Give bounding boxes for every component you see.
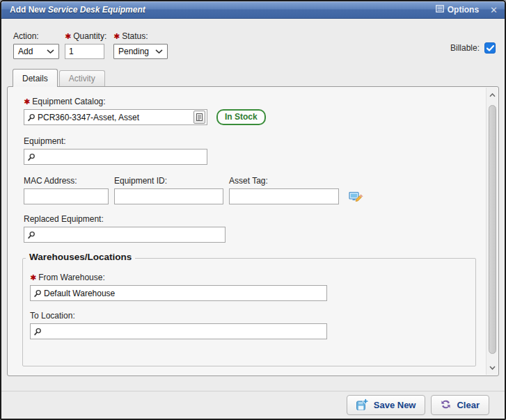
warehouses-locations-groupbox: Warehouses/Locations ✱From Warehouse: To… [22, 258, 476, 366]
to-location-field-group: To Location: [30, 311, 475, 339]
tab-details[interactable]: Details [13, 69, 58, 87]
equipment-catalog-field [24, 109, 207, 125]
details-form: ✱Equipment Catalog: In Stock [8, 88, 486, 375]
equipment-catalog-label: ✱Equipment Catalog: [24, 97, 486, 106]
asset-tag-input[interactable] [229, 188, 339, 204]
save-new-button[interactable]: Save New [347, 395, 426, 415]
equipment-catalog-input[interactable] [35, 110, 193, 124]
status-select-value: Pending [118, 47, 149, 56]
vertical-scrollbar[interactable] [486, 88, 498, 375]
replaced-equipment-field [24, 227, 226, 243]
edit-asset-icon[interactable] [349, 191, 363, 203]
equipment-label: Equipment: [24, 136, 486, 146]
quantity-input[interactable] [65, 44, 104, 59]
dialog-title: Add New Service Desk Equipment [10, 5, 436, 15]
quantity-label: ✱Quantity: [65, 31, 106, 41]
dialog-title-prefix: Add New [10, 5, 45, 15]
from-warehouse-field [30, 285, 327, 301]
required-marker: ✱ [24, 97, 30, 106]
tabstrip: Details Activity [1, 67, 505, 86]
titlebar-controls: Options ✕ [436, 5, 498, 15]
action-field-group: Action: Add [13, 31, 59, 59]
options-button[interactable]: Options [436, 5, 479, 15]
scroll-down-icon[interactable] [487, 362, 498, 373]
status-select[interactable]: Pending [113, 44, 168, 59]
required-marker: ✱ [30, 273, 36, 282]
mac-address-label: MAC Address: [24, 176, 109, 186]
clear-button[interactable]: Clear [431, 395, 489, 415]
dialog-titlebar: Add New Service Desk Equipment Options ✕ [1, 1, 505, 19]
from-warehouse-label: ✱From Warehouse: [30, 273, 475, 282]
equipment-field-group: Equipment: [24, 136, 486, 165]
equipment-catalog-field-group: ✱Equipment Catalog: In Stock [24, 97, 486, 125]
in-stock-badge: In Stock [216, 109, 266, 125]
tab-activity[interactable]: Activity [59, 70, 105, 86]
to-location-field [30, 323, 327, 339]
mac-address-input[interactable] [24, 188, 109, 204]
replaced-equipment-input[interactable] [35, 227, 225, 242]
search-icon [33, 328, 42, 336]
equipment-field [24, 149, 207, 165]
check-icon [487, 45, 494, 51]
to-location-label: To Location: [30, 311, 475, 321]
equipment-id-input[interactable] [114, 188, 223, 204]
options-button-label: Options [448, 5, 479, 15]
replaced-equipment-label: Replaced Equipment: [24, 214, 486, 224]
save-new-button-label: Save New [374, 400, 416, 410]
equipment-id-field-group: Equipment ID: [114, 176, 223, 204]
search-icon [33, 289, 42, 298]
chevron-down-icon [155, 49, 163, 54]
clear-button-label: Clear [457, 400, 480, 410]
details-tab-panel: ✱Equipment Catalog: In Stock [7, 86, 499, 376]
asset-tag-label: Asset Tag: [229, 176, 339, 186]
replaced-equipment-field-group: Replaced Equipment: [24, 214, 486, 243]
search-icon [27, 231, 35, 239]
asset-tag-field-group: Asset Tag: [229, 176, 339, 204]
to-location-input[interactable] [42, 324, 326, 339]
action-label: Action: [13, 31, 59, 41]
catalog-detail-trigger-icon[interactable] [193, 111, 205, 124]
status-field-group: ✱Status: Pending [113, 31, 168, 59]
warehouses-locations-title: Warehouses/Locations [26, 252, 135, 262]
chevron-down-icon [47, 49, 54, 54]
equipment-input[interactable] [35, 150, 207, 164]
quantity-field-group: ✱Quantity: [65, 31, 106, 59]
close-icon[interactable]: ✕ [490, 6, 498, 15]
status-label: ✱Status: [113, 31, 168, 41]
save-disk-plus-icon [356, 398, 368, 412]
from-warehouse-input[interactable] [42, 286, 326, 300]
search-icon [27, 153, 35, 161]
dialog-footer: Save New Clear [1, 391, 505, 419]
scrollbar-thumb[interactable] [489, 105, 496, 354]
search-icon [27, 113, 35, 122]
refresh-arrows-icon [441, 399, 451, 412]
mac-address-field-group: MAC Address: [24, 176, 109, 204]
identifiers-row: MAC Address: Equipment ID: Asset Tag: [24, 176, 486, 204]
billable-label: Billable: [450, 43, 480, 53]
add-equipment-dialog: Add New Service Desk Equipment Options ✕… [0, 0, 506, 420]
from-warehouse-field-group: ✱From Warehouse: [30, 273, 475, 301]
header-fields: Action: Add ✱Quantity: ✱Status: Pending … [1, 19, 505, 67]
scroll-up-icon[interactable] [487, 89, 498, 101]
list-icon [436, 5, 444, 15]
action-select-value: Add [18, 47, 33, 56]
action-select[interactable]: Add [13, 44, 59, 59]
billable-checkbox[interactable] [484, 42, 496, 54]
equipment-id-label: Equipment ID: [114, 176, 223, 186]
required-marker: ✱ [65, 32, 71, 40]
required-marker: ✱ [113, 32, 120, 40]
billable-field-group: Billable: [450, 42, 496, 54]
dialog-title-emphasis: Service Desk Equipment [48, 5, 145, 15]
